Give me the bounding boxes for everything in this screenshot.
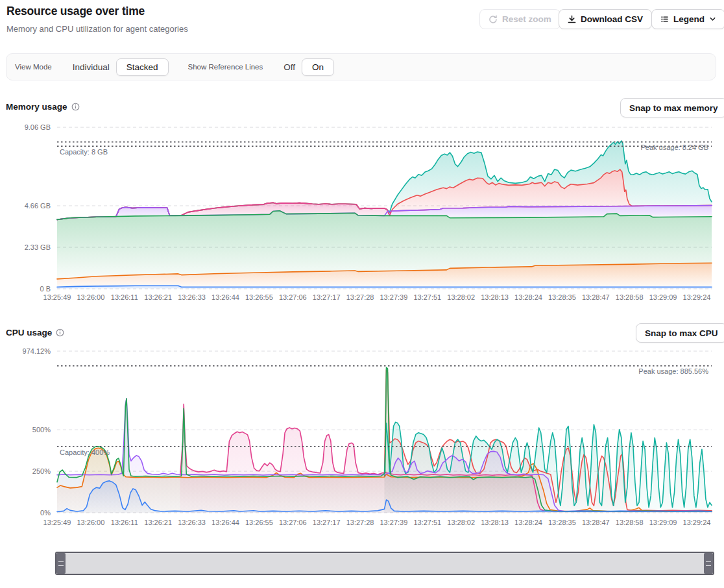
svg-text:13:28:58: 13:28:58 [616, 519, 644, 526]
svg-text:13:28:02: 13:28:02 [447, 519, 475, 526]
download-icon [568, 15, 576, 23]
svg-text:13:27:39: 13:27:39 [380, 519, 407, 526]
show-reference-lines-label: Show Reference Lines [188, 63, 263, 71]
svg-text:13:27:51: 13:27:51 [413, 293, 441, 301]
cpu-chart-svg[interactable]: 0%250%500%974.12%13:25:4913:26:0013:26:1… [0, 347, 724, 532]
chart-controls-bar: View Mode Individual Stacked Show Refere… [6, 53, 716, 80]
svg-text:13:26:55: 13:26:55 [245, 519, 273, 526]
download-csv-label: Download CSV [581, 14, 643, 24]
svg-text:13:27:06: 13:27:06 [279, 519, 307, 526]
snap-to-max-cpu-button[interactable]: Snap to max CPU [636, 323, 724, 343]
svg-text:0 B: 0 B [40, 285, 51, 293]
page-title: Resource usage over time [6, 5, 145, 18]
reference-lines-on-option[interactable]: On [302, 58, 334, 76]
svg-text:Capacity: 8 GB: Capacity: 8 GB [60, 148, 108, 156]
refresh-icon [489, 15, 498, 24]
svg-text:2.33 GB: 2.33 GB [25, 243, 51, 251]
svg-text:13:26:11: 13:26:11 [111, 293, 138, 301]
cpu-section-title: CPU usage [6, 328, 64, 337]
svg-text:13:29:09: 13:29:09 [649, 293, 677, 301]
info-icon[interactable] [71, 103, 80, 111]
svg-text:13:29:24: 13:29:24 [683, 519, 711, 526]
svg-text:13:27:06: 13:27:06 [279, 293, 307, 301]
time-range-brush[interactable] [55, 552, 714, 575]
svg-text:13:26:00: 13:26:00 [77, 519, 104, 526]
svg-text:9.06 GB: 9.06 GB [25, 123, 51, 131]
legend-label: Legend [673, 14, 705, 24]
svg-text:974.12%: 974.12% [23, 347, 51, 355]
svg-text:13:28:35: 13:28:35 [548, 293, 576, 301]
svg-text:13:25:49: 13:25:49 [43, 519, 71, 526]
svg-text:13:27:28: 13:27:28 [346, 293, 374, 301]
svg-text:13:26:44: 13:26:44 [211, 293, 239, 301]
svg-text:13:28:58: 13:28:58 [616, 293, 644, 301]
download-csv-button[interactable]: Download CSV [559, 9, 652, 29]
list-icon [660, 15, 669, 23]
svg-text:13:26:33: 13:26:33 [178, 519, 206, 526]
reset-zoom-button[interactable]: Reset zoom [479, 9, 561, 29]
snap-memory-label: Snap to max memory [629, 103, 718, 113]
memory-title-text: Memory usage [6, 102, 67, 112]
svg-text:13:27:51: 13:27:51 [413, 519, 441, 526]
svg-text:Capacity: 400%: Capacity: 400% [60, 448, 110, 456]
grip-icon [58, 561, 64, 566]
info-icon[interactable] [56, 328, 64, 337]
svg-text:13:26:11: 13:26:11 [111, 519, 138, 526]
svg-text:Peak usage: 885.56%: Peak usage: 885.56% [638, 367, 708, 375]
svg-text:13:26:00: 13:26:00 [77, 293, 104, 301]
svg-text:13:27:17: 13:27:17 [313, 519, 341, 526]
svg-text:13:26:55: 13:26:55 [245, 293, 273, 301]
svg-text:13:28:24: 13:28:24 [514, 519, 542, 526]
svg-text:13:29:09: 13:29:09 [649, 519, 677, 526]
brush-left-handle[interactable] [56, 553, 66, 574]
view-mode-stacked-option[interactable]: Stacked [116, 58, 169, 76]
snap-cpu-label: Snap to max CPU [645, 328, 718, 338]
svg-text:13:26:33: 13:26:33 [178, 293, 206, 301]
svg-text:500%: 500% [32, 426, 51, 434]
svg-text:13:28:47: 13:28:47 [582, 293, 610, 301]
svg-text:13:27:17: 13:27:17 [313, 293, 341, 301]
svg-text:4.66 GB: 4.66 GB [25, 202, 51, 210]
svg-text:13:28:47: 13:28:47 [582, 519, 610, 526]
svg-text:13:26:44: 13:26:44 [211, 519, 239, 526]
resource-usage-page: Resource usage over time Memory and CPU … [0, 0, 724, 588]
view-mode-label: View Mode [15, 63, 52, 71]
brush-right-handle[interactable] [704, 553, 713, 574]
snap-to-max-memory-button[interactable]: Snap to max memory [620, 98, 724, 117]
grip-icon [706, 561, 711, 566]
svg-text:13:28:24: 13:28:24 [514, 293, 542, 301]
svg-text:13:26:21: 13:26:21 [144, 293, 172, 301]
svg-text:13:28:35: 13:28:35 [548, 519, 576, 526]
reset-zoom-label: Reset zoom [502, 14, 551, 24]
svg-text:250%: 250% [32, 467, 51, 475]
svg-text:13:26:21: 13:26:21 [144, 519, 172, 526]
legend-button[interactable]: Legend [651, 9, 724, 29]
svg-text:13:27:28: 13:27:28 [346, 519, 374, 526]
svg-text:13:28:02: 13:28:02 [447, 293, 475, 301]
svg-text:Peak usage: 8.24 GB: Peak usage: 8.24 GB [640, 143, 708, 151]
svg-text:13:28:13: 13:28:13 [481, 293, 509, 301]
view-mode-individual-option[interactable]: Individual [66, 58, 116, 76]
chevron-down-icon [709, 16, 716, 23]
svg-text:13:29:24: 13:29:24 [683, 293, 711, 301]
svg-text:13:27:39: 13:27:39 [380, 293, 407, 301]
svg-text:0%: 0% [40, 509, 51, 517]
page-subtitle: Memory and CPU utilization for agent cat… [6, 24, 188, 34]
reference-lines-off-option[interactable]: Off [277, 58, 302, 76]
memory-chart-svg[interactable]: 0 B2.33 GB4.66 GB9.06 GB13:25:4913:26:00… [0, 120, 724, 305]
memory-section-title: Memory usage [6, 102, 80, 112]
cpu-title-text: CPU usage [6, 328, 52, 337]
svg-text:13:25:49: 13:25:49 [43, 293, 71, 301]
svg-text:13:28:13: 13:28:13 [481, 519, 509, 526]
